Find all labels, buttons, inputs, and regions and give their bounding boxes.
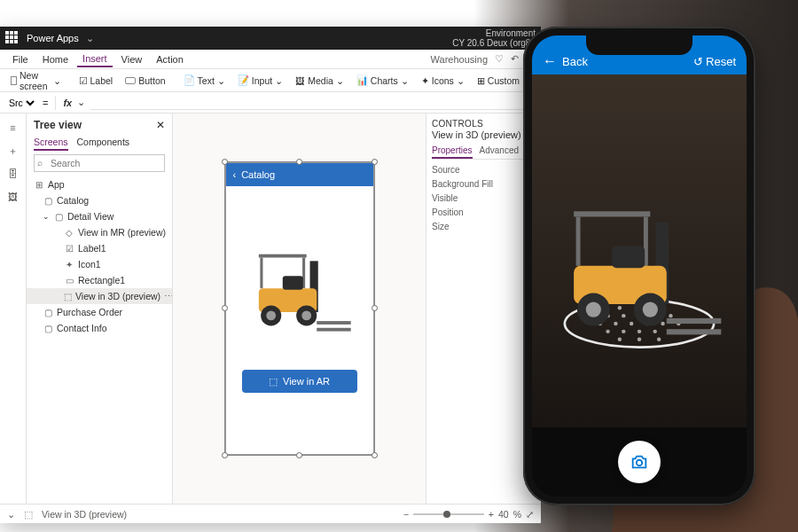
zoom-out-button[interactable]: − (403, 509, 409, 520)
insert-label-button[interactable]: ☑ Label (74, 73, 119, 89)
view-in-ar-button[interactable]: ⬚ View in AR (242, 370, 357, 393)
tree-node-rectangle1[interactable]: ▭Rectangle1 (27, 272, 172, 288)
svg-rect-45 (667, 318, 722, 324)
reset-button[interactable]: ↺ Reset (693, 55, 736, 68)
env-name: CY 20.6 Deux (org8d (452, 38, 536, 48)
tree-tab-screens[interactable]: Screens (34, 135, 68, 151)
canvas-body: ⬚ View in AR (226, 186, 373, 454)
icon-icon: ✦ (64, 259, 74, 270)
tree-node-view-in-mr[interactable]: ◇View in MR (preview) (27, 224, 172, 240)
svg-rect-35 (574, 211, 650, 216)
prop-background-fill[interactable]: Background Fill (432, 179, 536, 189)
tree-view-panel: Tree view✕ Screens Components ⌕ ⊞App ▢Ca… (27, 113, 173, 504)
svg-point-9 (301, 311, 311, 321)
equals-sign: = (43, 98, 48, 108)
view-in-ar-label: View in AR (283, 376, 330, 387)
fit-icon[interactable]: ⤢ (526, 509, 534, 520)
insert-button-button[interactable]: Button (120, 73, 170, 89)
insert-text-dropdown[interactable]: 📄 Text ⌄ (178, 72, 231, 89)
editor-body: ≡ ＋ 🗄 🖼 Tree view✕ Screens Components ⌕ … (0, 113, 541, 504)
screen-icon: ▢ (43, 307, 53, 317)
props-control-name: View in 3D (preview) (432, 129, 536, 140)
env-label: Environment (486, 28, 536, 38)
svg-point-44 (643, 301, 658, 317)
phone-screen-canvas[interactable]: ‹ Catalog (225, 162, 374, 455)
camera-shutter-button[interactable] (618, 441, 661, 483)
search-icon: ⌕ (37, 158, 43, 168)
insert-media-dropdown[interactable]: 🖼 Media ⌄ (290, 73, 349, 89)
chevron-down-icon[interactable]: ⌄ (43, 212, 50, 221)
menu-file[interactable]: File (7, 52, 34, 66)
undo-icon[interactable]: ↶ (511, 53, 519, 65)
tree-node-detail-view[interactable]: ⌄▢Detail View (27, 208, 172, 224)
chevron-down-icon[interactable]: ⌄ (86, 33, 94, 44)
svg-rect-40 (612, 246, 645, 269)
status-bar: ⌄ ⬚ View in 3D (preview) − + 40 % ⤢ (0, 504, 541, 523)
insert-icon[interactable]: ＋ (6, 144, 20, 158)
tree-node-catalog[interactable]: ▢Catalog (27, 192, 172, 208)
powerapps-window: Power Apps ⌄ Environment CY 20.6 Deux (o… (0, 27, 541, 523)
canvas-header: ‹ Catalog (226, 163, 373, 186)
menu-home[interactable]: Home (37, 52, 74, 66)
tree-node-label1[interactable]: ☑Label1 (27, 240, 172, 256)
close-icon[interactable]: ✕ (156, 119, 165, 131)
zoom-value: 40 (498, 509, 509, 520)
back-chevron-icon[interactable]: ‹ (233, 169, 237, 180)
more-icon[interactable]: ⋯ (164, 291, 172, 301)
prop-size[interactable]: Size (432, 222, 536, 231)
phone-ar-view[interactable] (532, 74, 747, 427)
status-selected[interactable]: View in 3D (preview) (42, 509, 127, 520)
tree-node-contact-info[interactable]: ▢Contact Info (27, 320, 172, 336)
back-label[interactable]: Back (562, 55, 588, 68)
menu-view[interactable]: View (116, 52, 148, 66)
property-selector[interactable]: Src (5, 97, 37, 109)
screen-icon: ▢ (43, 195, 53, 206)
prop-position[interactable]: Position (432, 207, 536, 217)
zoom-in-button[interactable]: + (489, 509, 494, 520)
new-screen-button[interactable]: New screen ⌄ (5, 67, 66, 94)
rectangle-icon: ▭ (64, 275, 74, 286)
data-icon[interactable]: 🗄 (6, 167, 20, 181)
formula-input[interactable] (90, 96, 536, 110)
tree-node-icon1[interactable]: ✦Icon1 (27, 256, 172, 272)
insert-icons-dropdown[interactable]: ✦ Icons ⌄ (416, 73, 470, 89)
camera-icon (630, 452, 649, 472)
insert-input-dropdown[interactable]: 📝 Input ⌄ (232, 72, 288, 89)
label-icon: ☑ (64, 243, 74, 254)
zoom-control: − + 40 % ⤢ (403, 509, 534, 520)
zoom-slider[interactable] (413, 513, 484, 515)
tree-title: Tree view✕ (34, 119, 165, 131)
tree-items: ⊞App ▢Catalog ⌄▢Detail View ◇View in MR … (27, 175, 172, 504)
canvas-area[interactable]: ‹ Catalog (173, 113, 426, 504)
environment-block[interactable]: Environment CY 20.6 Deux (org8d (452, 28, 536, 48)
tree-node-app[interactable]: ⊞App (27, 176, 172, 192)
phone-device: ← Back ↺ Reset (523, 27, 755, 505)
media-icon[interactable]: 🖼 (6, 190, 20, 204)
svg-point-47 (637, 460, 642, 466)
insert-charts-dropdown[interactable]: 📊 Charts ⌄ (351, 72, 414, 89)
tree-view-icon[interactable]: ≡ (6, 121, 20, 135)
tree-tab-components[interactable]: Components (77, 135, 130, 151)
tree-node-view-in-3d[interactable]: ⬚View in 3D (preview)⋯ (27, 288, 172, 304)
props-tab-advanced[interactable]: Advanced (480, 144, 519, 159)
chevron-down-icon[interactable]: ⌄ (77, 97, 85, 108)
chevron-down-icon[interactable]: ⌄ (7, 509, 15, 520)
forklift-model (242, 247, 357, 336)
menu-insert[interactable]: Insert (77, 51, 113, 67)
left-rail: ≡ ＋ 🗄 🖼 (0, 113, 27, 504)
props-tab-properties[interactable]: Properties (432, 144, 473, 159)
waffle-icon[interactable] (5, 31, 20, 45)
menu-action[interactable]: Action (151, 52, 189, 66)
tree-node-purchase-order[interactable]: ▢Purchase Order (27, 304, 172, 320)
app-checker-icon[interactable]: ♡ (495, 53, 504, 65)
menu-bar: File Home Insert View Action Warehousing… (0, 50, 541, 69)
prop-visible[interactable]: Visible (432, 193, 536, 203)
back-arrow-icon[interactable]: ← (543, 53, 557, 69)
prop-source[interactable]: Source (432, 165, 536, 175)
svg-rect-46 (667, 329, 722, 334)
fx-label: fx (63, 98, 72, 108)
svg-point-7 (266, 311, 276, 321)
svg-rect-1 (260, 258, 262, 289)
reset-icon: ↺ (693, 55, 703, 68)
tree-search-input[interactable] (34, 154, 165, 172)
